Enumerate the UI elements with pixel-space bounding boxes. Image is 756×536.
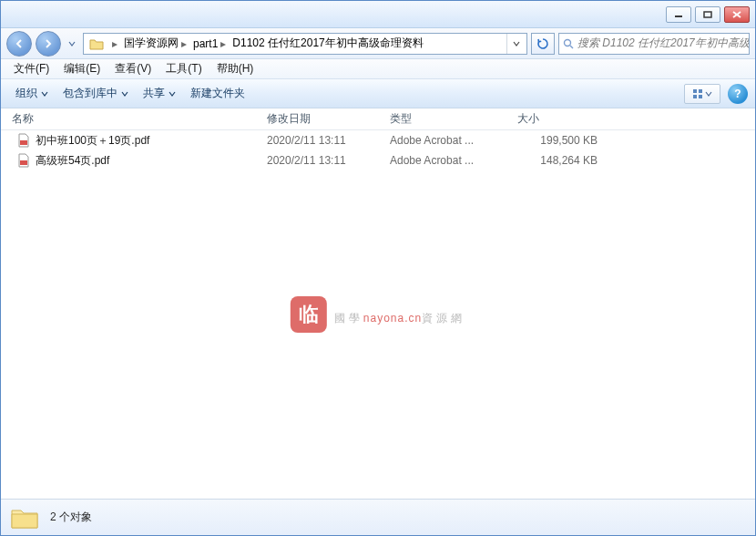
menu-view[interactable]: 查看(V) [107,61,158,77]
chevron-down-icon [41,90,48,98]
svg-rect-7 [699,89,702,93]
refresh-button[interactable] [531,33,555,55]
svg-point-4 [565,39,571,46]
watermark: 临 國學nayona.cn資源網 [291,296,465,333]
help-button[interactable]: ? [728,84,748,104]
col-date[interactable]: 修改日期 [256,108,379,129]
history-dropdown-icon[interactable] [65,34,79,54]
breadcrumb-label: D1102 任付红2017年初中高级命理资料 [232,36,423,51]
new-folder-button[interactable]: 新建文件夹 [183,83,252,105]
menu-help[interactable]: 帮助(H) [209,61,261,77]
breadcrumb-sep[interactable]: ▸ [107,34,122,54]
folder-icon [88,36,105,52]
menubar: 文件(F) 编辑(E) 查看(V) 工具(T) 帮助(H) [1,59,755,79]
chevron-down-icon [169,90,176,98]
svg-rect-6 [693,89,697,93]
toolbar: 组织 包含到库中 共享 新建文件夹 ? [1,79,755,108]
pdf-icon [17,153,30,168]
folder-icon [10,505,39,531]
titlebar [1,1,755,28]
address-dropdown-icon[interactable] [506,34,525,54]
breadcrumb-item[interactable]: D1102 任付红2017年初中高级命理资料 [230,34,424,54]
menu-tools[interactable]: 工具(T) [158,61,209,77]
close-button[interactable] [724,6,750,23]
col-type[interactable]: 类型 [379,108,506,129]
file-size: 148,264 KB [506,154,616,167]
breadcrumb-label: part1 [193,37,218,50]
search-input[interactable]: 搜索 D1102 任付红2017年初中高级... [558,33,750,55]
svg-line-5 [570,46,573,48]
svg-rect-9 [699,95,702,98]
watermark-text: 國學nayona.cn資源網 [334,301,465,328]
include-button[interactable]: 包含到库中 [56,83,136,105]
file-name: 初中班100页＋19页.pdf [36,133,149,149]
status-text: 2 个对象 [50,510,92,525]
column-headers: 名称 修改日期 类型 大小 [1,108,755,130]
list-item[interactable]: 高级班54页.pdf 2020/2/11 13:11 Adobe Acrobat… [1,150,755,170]
svg-rect-8 [693,95,697,98]
svg-rect-10 [20,140,27,145]
explorer-window: ▸ 国学资源网▸ part1▸ D1102 任付红2017年初中高级命理资料 搜… [0,0,756,536]
breadcrumb-item[interactable]: 国学资源网▸ [122,34,191,54]
maximize-button[interactable] [695,6,720,23]
file-name: 高级班54页.pdf [36,153,109,169]
search-icon [563,38,574,49]
menu-edit[interactable]: 编辑(E) [56,61,107,77]
organize-button[interactable]: 组织 [8,83,56,105]
watermark-logo: 临 [291,296,327,333]
svg-rect-1 [704,12,711,17]
search-placeholder: 搜索 D1102 任付红2017年初中高级... [577,36,750,51]
svg-rect-11 [20,160,27,165]
forward-button[interactable] [36,31,61,57]
file-type: Adobe Acrobat ... [379,154,506,167]
chevron-down-icon [705,90,712,98]
menu-file[interactable]: 文件(F) [6,61,56,77]
navbar: ▸ 国学资源网▸ part1▸ D1102 任付红2017年初中高级命理资料 搜… [1,28,755,59]
col-size[interactable]: 大小 [506,108,616,129]
view-options-button[interactable] [684,84,720,104]
minimize-button[interactable] [666,6,691,23]
breadcrumb-item[interactable]: part1▸ [191,34,230,54]
col-name[interactable]: 名称 [1,108,256,129]
list-item[interactable]: 初中班100页＋19页.pdf 2020/2/11 13:11 Adobe Ac… [1,130,755,150]
addressbar[interactable]: ▸ 国学资源网▸ part1▸ D1102 任付红2017年初中高级命理资料 [83,33,527,55]
file-date: 2020/2/11 13:11 [256,134,379,147]
pdf-icon [17,133,30,148]
view-icon [692,88,703,99]
breadcrumb-label: 国学资源网 [124,36,179,51]
file-date: 2020/2/11 13:11 [256,154,379,167]
file-type: Adobe Acrobat ... [379,134,506,147]
statusbar: 2 个对象 [1,499,755,535]
file-size: 199,500 KB [506,134,616,147]
share-button[interactable]: 共享 [136,83,183,105]
file-list: 初中班100页＋19页.pdf 2020/2/11 13:11 Adobe Ac… [1,130,755,499]
chevron-down-icon [121,90,128,98]
back-button[interactable] [6,31,32,57]
